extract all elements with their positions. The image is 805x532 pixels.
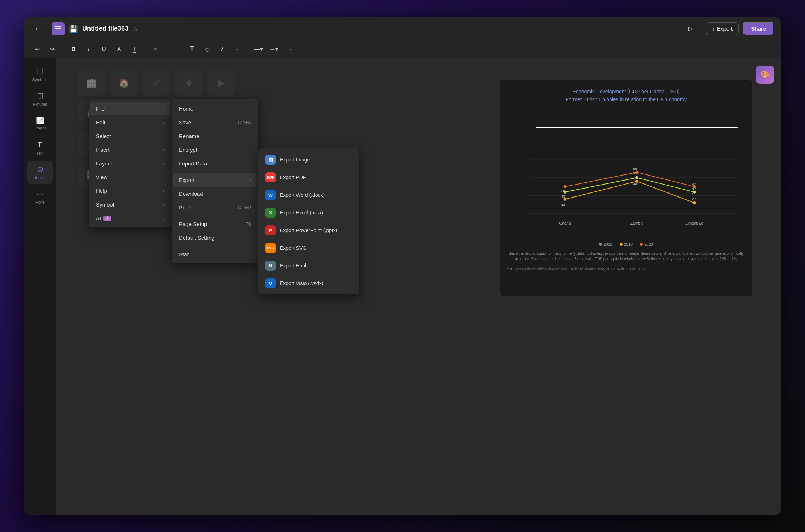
shape-button[interactable]: ◇	[201, 43, 213, 56]
svg-text:30: 30	[561, 189, 566, 193]
heading-button[interactable]: T	[186, 43, 198, 56]
sidebar-item-text[interactable]: T Text	[27, 136, 53, 159]
font-color-button[interactable]: A	[113, 43, 125, 56]
export-visio-label: Export Visio (.vsdx)	[280, 280, 323, 286]
text-highlight-button[interactable]: T̲	[128, 43, 140, 56]
submenu-item-import[interactable]: Import Data	[173, 157, 257, 170]
more-icon: ⋯	[36, 189, 44, 199]
submenu-sep-3	[175, 246, 255, 246]
export-visio-item[interactable]: V Export Visio (.vsdx)	[260, 275, 358, 292]
file-menu: File › Edit › Select › Insert › Layout	[89, 99, 172, 227]
submenu-item-rename[interactable]: Rename	[173, 129, 257, 143]
share-button[interactable]: Share	[743, 22, 774, 35]
svg-text:98: 98	[692, 192, 697, 196]
connector-button[interactable]: ⌐	[231, 43, 243, 56]
export-html-item[interactable]: H Export Html	[260, 257, 358, 274]
menu-item-select[interactable]: Select ›	[90, 129, 170, 143]
chart-title: Economic Development (GDP per Capita, US…	[507, 88, 745, 104]
submenu-item-download[interactable]: Download	[173, 187, 257, 200]
graphs-label: Graphs	[33, 126, 46, 130]
menu-item-edit[interactable]: Edit ›	[90, 116, 170, 129]
text-icon: T	[38, 140, 42, 150]
symbols-label: Symbols	[32, 77, 47, 82]
underline-button[interactable]: U	[98, 43, 110, 56]
submenu-item-encrypt[interactable]: Encrypt	[173, 143, 257, 156]
sidebar-item-graphs[interactable]: 📈 Graphs	[27, 112, 53, 135]
submenu-item-default-setting[interactable]: Default Setting	[173, 231, 257, 244]
export-excel-item[interactable]: X Export Excel (.xlsx)	[260, 204, 358, 221]
edit-arrow: ›	[163, 120, 164, 125]
export-svg-item[interactable]: SVG Export SVG	[260, 239, 358, 257]
icon-cell: 🏠	[110, 69, 137, 96]
toolbar-sep-1	[63, 45, 63, 54]
star-button[interactable]: ☆	[133, 25, 138, 33]
redo-button[interactable]: ↪	[46, 43, 58, 56]
menu-button[interactable]	[52, 22, 65, 35]
export-excel-icon: X	[265, 208, 276, 218]
hamburger-icon	[55, 26, 61, 31]
rename-label: Rename	[179, 133, 199, 139]
menu-item-insert[interactable]: Insert ›	[90, 143, 170, 156]
line-style-button[interactable]: —▾	[252, 43, 265, 56]
view-arrow: ›	[163, 175, 164, 180]
chart-legend: 2016 2018 2020	[507, 242, 745, 247]
avatar-badge: 🎨	[756, 66, 774, 84]
menu-item-file[interactable]: File ›	[90, 102, 170, 115]
ai-arrow: ›	[163, 216, 164, 221]
sidebar-item-more[interactable]: ⋯ More	[27, 185, 53, 208]
play-button[interactable]: ▷	[684, 22, 697, 35]
menu-item-help[interactable]: Help ›	[90, 184, 170, 198]
svg-text:56: 56	[633, 167, 637, 170]
submenu-item-home[interactable]: Home	[173, 102, 257, 115]
undo-button[interactable]: ↩	[31, 43, 43, 56]
export-pdf-label: Export PDF	[280, 174, 306, 180]
file-icon: 💾	[69, 25, 78, 33]
line-button[interactable]: /	[216, 43, 228, 56]
indent-button[interactable]: ≣	[164, 43, 177, 56]
sidebar-item-symbols[interactable]: ❏ Symbols	[27, 63, 53, 86]
back-button[interactable]: ‹	[31, 23, 43, 35]
submenu-sep-2	[175, 216, 255, 216]
submenu-item-page-setup[interactable]: Page Setup F6	[173, 217, 257, 231]
main-area: ❏ Symbols ⊞ Pictures 📈 Graphs T Text ⊙ I…	[24, 58, 781, 515]
icons-label: Icons	[35, 176, 44, 180]
menu-item-view[interactable]: View ›	[90, 170, 170, 184]
export-ppt-item[interactable]: P Export PowerPoint (.pptx)	[260, 222, 358, 239]
submenu-item-export[interactable]: Export ›	[173, 173, 257, 187]
align-button[interactable]: ≡	[149, 43, 162, 56]
menu-item-ai[interactable]: AI ✨ ›	[90, 212, 170, 225]
help-label: Help	[96, 188, 107, 194]
export-submenu: Home Save Ctrl+S Rename Encrypt Import D…	[172, 99, 258, 263]
submenu-item-save[interactable]: Save Ctrl+S	[173, 116, 257, 129]
select-arrow: ›	[163, 134, 164, 139]
export-pdf-item[interactable]: PDF Export PDF	[260, 169, 358, 186]
submenu-item-star[interactable]: Star	[173, 248, 257, 261]
star-label: Star	[179, 251, 189, 257]
sidebar-item-icons[interactable]: ⊙ Icons	[27, 161, 53, 184]
more-style-button[interactable]: ⋯	[283, 43, 295, 56]
svg-text:44: 44	[633, 182, 637, 186]
menu-item-layout[interactable]: Layout ›	[90, 157, 170, 170]
legend-2016: 2016	[599, 242, 612, 247]
export-button[interactable]: ↑ Export	[706, 22, 739, 35]
export-svg-icon: SVG	[265, 243, 276, 253]
text-label: Text	[36, 151, 43, 155]
bold-button[interactable]: B	[67, 43, 80, 56]
export-pdf-icon: PDF	[265, 172, 276, 182]
sidebar-item-pictures[interactable]: ⊞ Pictures	[27, 87, 53, 110]
export-image-item[interactable]: 🖼 Export Image	[260, 151, 358, 168]
print-shortcut: Ctrl+P	[238, 205, 251, 210]
avatar-icon: 🎨	[761, 70, 770, 79]
export-sub-label: Export	[179, 177, 194, 183]
layout-label: Layout	[96, 160, 112, 167]
submenu-item-print[interactable]: Print Ctrl+P	[173, 201, 257, 214]
arrow-style-button[interactable]: →▾	[268, 43, 280, 56]
italic-button[interactable]: I	[83, 43, 95, 56]
export-word-icon: W	[265, 190, 276, 200]
menu-item-symbol[interactable]: Symbol ›	[90, 198, 170, 211]
svg-text:43: 43	[561, 194, 566, 198]
export-word-item[interactable]: W Export Word (.docx)	[260, 186, 358, 204]
canvas-area[interactable]: 🏢 🏠 ✓ ✚ ▶ 🏠 🔔 □ ⊞ ► 👤 🔍 ▦ ↻ ⊡ 🏪 ? 📍 ↺ ⊡	[56, 58, 781, 515]
toolbar-sep-2	[145, 45, 145, 54]
export-excel-label: Export Excel (.xlsx)	[280, 210, 323, 216]
